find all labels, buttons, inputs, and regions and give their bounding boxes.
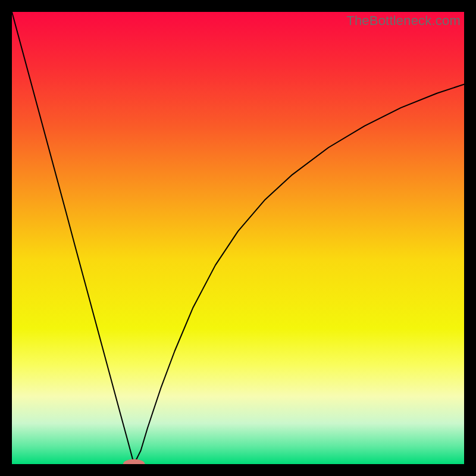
bottleneck-chart: [12, 12, 464, 464]
watermark-label: TheBottleneck.com: [346, 13, 461, 29]
chart-frame: TheBottleneck.com: [12, 12, 464, 464]
gradient-background: [12, 12, 464, 464]
